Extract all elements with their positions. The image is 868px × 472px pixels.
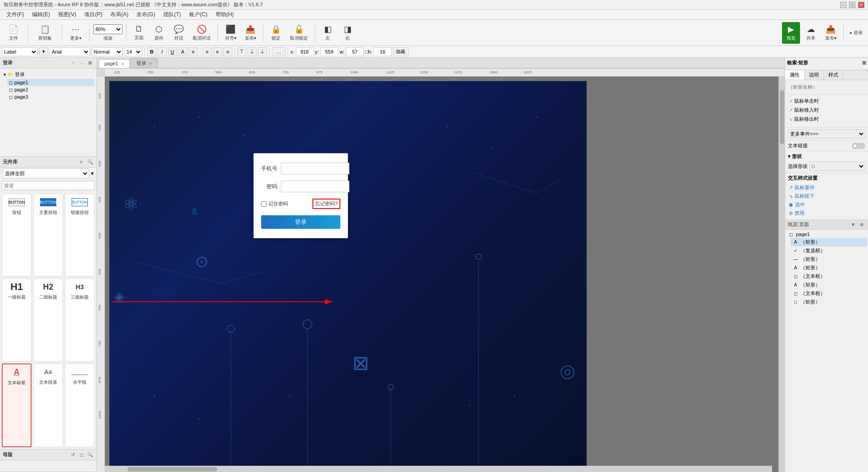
text-link-toggle[interactable]: [852, 143, 865, 149]
layer-checkbox[interactable]: ✓ （复选框）: [791, 246, 867, 255]
toolbar-cancel-dialog-btn[interactable]: 🚫 取消对话: [190, 22, 214, 44]
toolbar-publish2-btn[interactable]: 📤 发布▾: [822, 22, 840, 44]
interaction-selected[interactable]: ◉ 选中: [788, 200, 865, 209]
align-right-btn[interactable]: ≡: [223, 47, 232, 56]
tab-register-close[interactable]: ×: [149, 61, 152, 66]
tab-register[interactable]: 登录 ×: [131, 58, 158, 68]
layer-rect-1[interactable]: A （矩形）: [791, 238, 867, 246]
w-input[interactable]: [346, 47, 364, 56]
remember-checkbox[interactable]: [261, 201, 267, 207]
interaction-disabled[interactable]: ⊘ 禁用: [788, 209, 865, 218]
component-h-line[interactable]: 水平线: [65, 363, 95, 447]
component-link-button[interactable]: BUTTON 链接按钮: [65, 194, 95, 277]
event-hover-out[interactable]: ↘ 鼠标移出时: [788, 115, 865, 123]
password-input[interactable]: [281, 181, 349, 192]
label-select[interactable]: Label: [2, 47, 38, 56]
valign-mid-btn[interactable]: ⊥: [248, 47, 257, 56]
more-events-select[interactable]: 更多事件>>>: [788, 129, 865, 138]
menu-edit[interactable]: 编辑(E): [28, 10, 54, 19]
layer-filter-icon[interactable]: ▼: [850, 221, 857, 228]
tree-page2[interactable]: ◻ page2: [7, 86, 95, 93]
layer-textbox-1[interactable]: ◻ （文本框）: [791, 272, 867, 281]
mother-refresh-icon[interactable]: ↺: [69, 451, 77, 458]
toolbar-clipboard-btn[interactable]: 📋 剪切板: [34, 22, 56, 44]
login-submit-btn[interactable]: 登录: [261, 215, 340, 229]
toolbar-new-btn[interactable]: 📄 文件: [5, 22, 23, 44]
component-h1[interactable]: H1 一级标题: [2, 278, 32, 361]
toolbar-align-btn[interactable]: ⬛ 对齐▾: [222, 22, 240, 44]
layer-page1[interactable]: ◻ page1: [786, 231, 867, 238]
tree-root[interactable]: ▾ 📁 登录: [2, 70, 95, 79]
layer-rect-5[interactable]: □ （矩形）: [791, 298, 867, 306]
toolbar-login-btn[interactable]: ▸ 登录: [847, 22, 865, 44]
layer-textbox-2[interactable]: ◻ （文本框）: [791, 289, 867, 298]
component-menu-icon[interactable]: ≡: [78, 159, 85, 166]
toolbar-page-btn[interactable]: 🗋 页面: [130, 22, 148, 44]
component-search-icon[interactable]: 🔍: [86, 159, 94, 166]
style-select[interactable]: Normal: [91, 47, 123, 56]
menu-account[interactable]: 账户(C): [185, 10, 211, 19]
toolbar-unlock-btn[interactable]: 🔓 取消锁定: [287, 22, 311, 44]
layer-rect-3[interactable]: A （矩形）: [791, 263, 867, 272]
mother-new-icon[interactable]: ◻: [78, 451, 85, 458]
align-center-btn[interactable]: ≡: [213, 47, 222, 56]
component-text-para[interactable]: A≡ 文本段落: [33, 363, 63, 447]
h-scrollbar[interactable]: [105, 466, 772, 472]
toolbar-dialog-btn[interactable]: 💬 对话: [170, 22, 188, 44]
minimize-btn[interactable]: −: [840, 2, 846, 8]
x-input[interactable]: [296, 47, 314, 56]
v-scrollbar[interactable]: [778, 77, 785, 472]
highlight-btn[interactable]: ≡: [189, 47, 198, 56]
valign-top-btn[interactable]: ⊤: [237, 47, 246, 56]
component-h3[interactable]: H3 三级标题: [65, 278, 95, 361]
right-panel-expand-icon[interactable]: ⊞: [862, 60, 866, 66]
layer-add-icon[interactable]: ⊕: [858, 221, 865, 228]
menu-help[interactable]: 帮助(H): [212, 10, 238, 19]
event-hover-in[interactable]: ↗ 鼠标移入时: [788, 106, 865, 114]
toolbar-review-btn[interactable]: ⬡ 原件: [150, 22, 168, 44]
page-add-icon[interactable]: ↑: [69, 59, 77, 67]
tree-page1[interactable]: ◻ page1: [7, 79, 95, 86]
h-scroll-thumb[interactable]: [127, 467, 217, 472]
tab-property[interactable]: 属性: [785, 70, 805, 80]
menu-view[interactable]: 视图(V): [54, 10, 80, 19]
mother-search-icon[interactable]: 🔍: [86, 451, 94, 458]
toolbar-share-btn[interactable]: ☁ 共享: [802, 22, 820, 44]
y-input[interactable]: [320, 47, 338, 56]
hide-btn[interactable]: 隐藏: [393, 47, 409, 56]
tree-page3[interactable]: ◻ page3: [7, 93, 95, 100]
toolbar-lock-btn[interactable]: 🔒 锁定: [267, 22, 285, 44]
component-search-input[interactable]: [2, 181, 95, 190]
menu-file[interactable]: 文件(F): [3, 10, 27, 19]
color-btn[interactable]: A: [178, 47, 187, 56]
font-select[interactable]: Arial: [50, 47, 90, 56]
menu-layout[interactable]: 布局(A): [107, 10, 132, 19]
more-format-btn[interactable]: …: [272, 47, 285, 56]
component-text-label[interactable]: A 文本标签: [2, 363, 32, 447]
menu-team[interactable]: 团队(T): [160, 10, 185, 19]
valign-bot-btn[interactable]: ⊥: [258, 47, 267, 56]
format-expand-btn[interactable]: ▾: [39, 47, 48, 56]
layer-rect-4[interactable]: A （矩形）: [791, 281, 867, 289]
v-scroll-thumb[interactable]: [780, 90, 784, 144]
page-nav-up-icon[interactable]: ↓: [78, 59, 85, 67]
event-click[interactable]: ↗ 鼠标单击时: [788, 97, 865, 105]
forgot-password-btn[interactable]: 忘记密码?: [312, 199, 340, 209]
menu-project[interactable]: 项目(P): [81, 10, 106, 19]
tab-description[interactable]: 说明: [805, 70, 824, 80]
italic-btn[interactable]: I: [158, 47, 167, 56]
component-button[interactable]: BUTTON 按钮: [2, 194, 32, 277]
toolbar-preview-btn[interactable]: ▶ 预览: [782, 22, 800, 44]
underline-btn[interactable]: U: [168, 47, 177, 56]
component-primary-button[interactable]: BUTTON 主要按钮: [33, 194, 63, 277]
tab-page1-close[interactable]: ×: [122, 62, 124, 66]
window-controls[interactable]: − □ ✕: [840, 2, 864, 8]
maximize-btn[interactable]: □: [849, 2, 855, 8]
align-left-btn[interactable]: ≡: [203, 47, 212, 56]
toolbar-more-btn[interactable]: ⋯ 更多▾: [68, 22, 84, 44]
component-h2[interactable]: H2 二级标题: [33, 278, 63, 361]
shape-select[interactable]: □ ○ △: [809, 162, 865, 171]
layer-rect-2[interactable]: — （矩形）: [791, 255, 867, 263]
toolbar-publish-btn[interactable]: 📤 发布▾: [241, 22, 259, 44]
page-nav-down-icon[interactable]: ⊠: [86, 59, 94, 67]
